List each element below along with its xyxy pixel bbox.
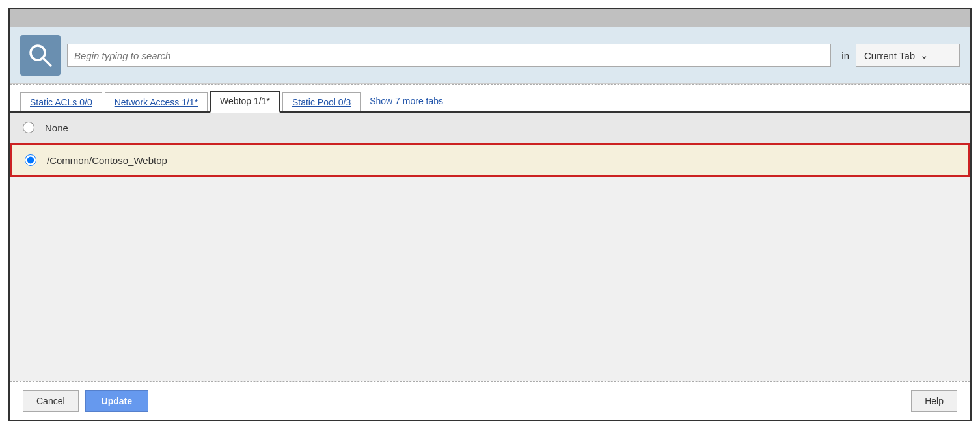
svg-line-1 [43, 58, 51, 66]
search-input[interactable] [67, 44, 831, 67]
chevron-down-icon: ⌄ [920, 49, 929, 61]
option-contoso-label: /Common/Contoso_Webtop [47, 155, 167, 166]
scope-dropdown[interactable]: Current Tab ⌄ [856, 44, 960, 67]
content-spacer [10, 177, 970, 381]
update-button[interactable]: Update [85, 390, 148, 412]
show-more-tabs-link[interactable]: Show 7 more tabs [363, 92, 450, 110]
in-label: in [841, 50, 849, 61]
option-none-row: None [10, 113, 970, 143]
option-none-label: None [45, 122, 68, 133]
scope-label: Current Tab [864, 50, 915, 61]
search-row: in Current Tab ⌄ [10, 27, 970, 84]
option-contoso-row: /Common/Contoso_Webtop [10, 143, 970, 177]
main-dialog: in Current Tab ⌄ Static ACLs 0/0 Network… [8, 8, 972, 421]
title-bar [10, 9, 970, 27]
cancel-button[interactable]: Cancel [23, 390, 79, 412]
tab-static-pool[interactable]: Static Pool 0/3 [282, 92, 361, 111]
tabs-row: Static ACLs 0/0 Network Access 1/1* Webt… [10, 85, 970, 113]
search-icon-box [20, 35, 61, 76]
tab-network-access[interactable]: Network Access 1/1* [105, 92, 208, 111]
radio-none[interactable] [23, 122, 34, 133]
bottom-bar: Cancel Update Help [10, 381, 970, 420]
help-button[interactable]: Help [911, 390, 957, 412]
tab-static-acls[interactable]: Static ACLs 0/0 [20, 92, 102, 111]
radio-contoso[interactable] [25, 154, 36, 166]
content-area: None /Common/Contoso_Webtop [10, 113, 970, 381]
search-icon [27, 42, 53, 68]
bottom-left-buttons: Cancel Update [23, 390, 148, 412]
tab-webtop[interactable]: Webtop 1/1* [210, 91, 280, 113]
